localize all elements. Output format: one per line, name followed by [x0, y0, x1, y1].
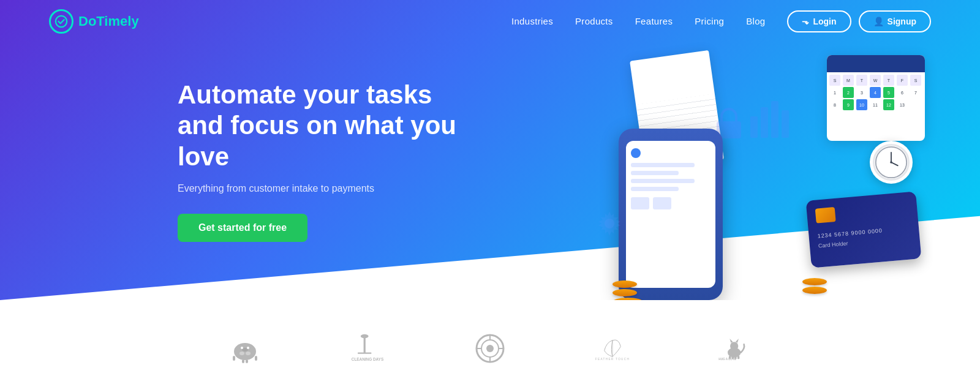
- svg-point-18: [247, 347, 249, 349]
- partner-logo-3: [466, 330, 514, 367]
- calendar-header: [827, 55, 925, 72]
- svg-text:FEATHER TOUCH: FEATHER TOUCH: [595, 357, 630, 360]
- hero-illustration: 1234 5678 9000 0000 Card Holder S M T W …: [564, 37, 943, 300]
- svg-point-29: [486, 345, 494, 352]
- cal-cell: 3: [856, 87, 867, 98]
- coin-b2: [612, 289, 637, 296]
- chart-icon: [747, 92, 796, 141]
- coin-r2: [802, 287, 827, 294]
- svg-rect-21: [233, 356, 235, 361]
- feather-logo-icon: FEATHER TOUCH: [588, 330, 637, 367]
- login-label: Login: [813, 17, 836, 26]
- nav-features[interactable]: Features: [635, 16, 673, 26]
- login-button[interactable]: ⬎ Login: [787, 10, 851, 32]
- phone-dot: [631, 148, 641, 158]
- logo-icon: [49, 9, 74, 34]
- svg-point-37: [730, 342, 738, 350]
- cal-cell: W: [870, 75, 881, 86]
- login-icon: ⬎: [802, 17, 809, 26]
- nav-blog[interactable]: Blog: [746, 16, 765, 26]
- cal-cell: 11: [870, 99, 881, 110]
- svg-point-24: [361, 334, 369, 337]
- coins-right: [802, 278, 827, 294]
- cleaning-logo-icon: CLEANING DAYS: [343, 330, 392, 367]
- nav-pricing[interactable]: Pricing: [695, 16, 724, 26]
- phone-line-2: [631, 171, 679, 175]
- nav-buttons: ⬎ Login 👤 Signup: [787, 10, 931, 32]
- signup-button[interactable]: 👤 Signup: [859, 10, 931, 32]
- partner-logo-1: [221, 330, 270, 367]
- cal-cell: 10: [856, 99, 867, 110]
- pet-logo-icon: [221, 330, 270, 367]
- hero-title: Automate your tasks and focus on what yo…: [178, 80, 472, 172]
- svg-rect-20: [246, 360, 248, 363]
- svg-point-14: [239, 352, 244, 355]
- circular-logo-icon: [466, 330, 514, 367]
- svg-text:HUG A LOVE: HUG A LOVE: [718, 357, 736, 360]
- svg-rect-19: [242, 360, 244, 363]
- check-circle-icon: [55, 15, 68, 28]
- svg-marker-38: [729, 339, 733, 343]
- gear-icon: [594, 208, 625, 239]
- partner-logo-4: FEATHER TOUCH: [588, 330, 637, 367]
- nav-links: Industries Products Features Pricing Blo…: [511, 16, 765, 27]
- phone-illustration: [619, 129, 723, 300]
- cal-cell: 12: [883, 99, 894, 110]
- svg-rect-23: [364, 336, 366, 353]
- cta-button[interactable]: Get started for free: [178, 214, 307, 242]
- user-add-icon: 👤: [873, 17, 884, 26]
- cal-cell: T: [856, 75, 867, 86]
- svg-point-17: [241, 347, 243, 349]
- logos-section: CLEANING DAYS FEATHER TOUCH: [0, 300, 980, 384]
- svg-rect-22: [255, 356, 257, 361]
- cal-cell: 4: [870, 87, 881, 98]
- hero-content: Automate your tasks and focus on what yo…: [178, 80, 472, 242]
- cal-cell: M: [843, 75, 854, 86]
- svg-rect-4: [771, 101, 778, 138]
- clock-illustration: [870, 141, 913, 184]
- cal-cell: 7: [910, 87, 921, 98]
- cal-cell: 1: [829, 87, 840, 98]
- phone-screen: [626, 141, 715, 288]
- credit-card-illustration: 1234 5678 9000 0000 Card Holder: [806, 191, 922, 268]
- coin-b3: [612, 298, 643, 300]
- coin-b1: [612, 280, 637, 288]
- cal-cell: 2: [843, 87, 854, 98]
- cal-cell: S: [829, 75, 840, 86]
- navbar: DoTimely Industries Products Features Pr…: [0, 0, 980, 43]
- partner-logo-2: CLEANING DAYS: [343, 330, 392, 367]
- svg-rect-43: [737, 356, 739, 359]
- clock-face: [873, 144, 910, 181]
- svg-rect-2: [750, 116, 758, 138]
- phone-line-3: [631, 179, 695, 183]
- hero-subtitle: Everything from customer intake to payme…: [178, 183, 472, 194]
- cal-cell: 5: [883, 87, 894, 98]
- cal-cell: 6: [897, 87, 908, 98]
- svg-rect-5: [782, 110, 789, 138]
- svg-text:CLEANING DAYS: CLEANING DAYS: [352, 357, 384, 361]
- signup-label: Signup: [888, 17, 916, 26]
- calendar-grid: S M T W T F S 1 2 3 4 5 6 7 8 9 10: [827, 72, 925, 113]
- logo-area: DoTimely: [49, 9, 139, 34]
- brand-name: DoTimely: [78, 13, 139, 29]
- svg-rect-25: [358, 352, 371, 353]
- nav-products[interactable]: Products: [575, 16, 613, 26]
- cal-cell: S: [910, 75, 921, 86]
- cat-logo-icon: HUG A LOVE: [710, 330, 760, 367]
- coins-bottom: [612, 280, 643, 300]
- svg-rect-3: [761, 107, 768, 138]
- cal-cell: 8: [829, 99, 840, 110]
- cal-cell: 9: [843, 99, 854, 110]
- phone-line-4: [631, 187, 679, 191]
- svg-point-9: [890, 161, 892, 164]
- svg-point-0: [56, 16, 67, 27]
- svg-point-15: [246, 352, 251, 355]
- cal-cell: T: [883, 75, 894, 86]
- coin-r1: [802, 278, 827, 285]
- calendar-illustration: S M T W T F S 1 2 3 4 5 6 7 8 9 10: [827, 55, 925, 141]
- card-chip: [815, 207, 836, 224]
- nav-industries[interactable]: Industries: [511, 16, 553, 26]
- cal-cell: 13: [897, 99, 908, 110]
- phone-line-1: [631, 163, 695, 167]
- cal-cell: F: [897, 75, 908, 86]
